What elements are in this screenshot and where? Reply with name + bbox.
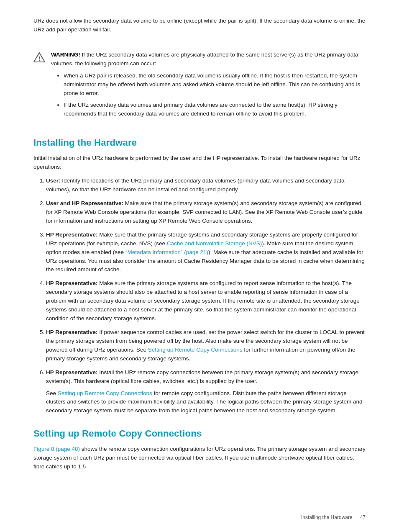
warning-label: WARNING!	[51, 51, 80, 58]
step-6-continuation: See Setting up Remote Copy Connections f…	[46, 389, 366, 416]
step-5-label: HP Representative:	[46, 329, 98, 335]
step-6-link1[interactable]: Setting up Remote Copy Connections	[58, 390, 152, 396]
step-6: HP Representative: Install the URz remot…	[46, 368, 366, 416]
divider-section2-top	[33, 423, 366, 423]
page: URz does not allow the secondary data vo…	[0, 0, 399, 532]
warning-intro: If the URz secondary data volumes are ph…	[51, 51, 358, 67]
section2-title: Setting up Remote Copy Connections	[33, 428, 366, 439]
step-1-label: User:	[46, 177, 61, 184]
warning-content: WARNING! If the URz secondary data volum…	[51, 51, 366, 122]
step-1: User: Identify the locations of the URz …	[46, 177, 366, 194]
step-3-link2[interactable]: “Metadata Information” (page 21)	[125, 249, 208, 255]
step-6-label: HP Representative:	[46, 369, 98, 375]
section2-intro: Figure 8 (page 48) shows the remote copy…	[33, 445, 366, 471]
footer-right: Installing the Hardware 47	[301, 514, 366, 520]
warning-bullet-list: When a URz pair is released, the old sec…	[64, 72, 366, 119]
step-3: HP Representative: Make sure that the pr…	[46, 231, 366, 275]
section1-title: Installing the Hardware	[33, 137, 366, 148]
footer: Installing the Hardware 47	[33, 514, 366, 520]
warning-icon: !	[33, 51, 45, 63]
step-4: HP Representative: Make sure the primary…	[46, 279, 366, 323]
top-paragraph: URz does not allow the secondary data vo…	[33, 17, 366, 34]
step-3-label: HP Representative:	[46, 231, 98, 238]
section2-intro-text: shows the remote copy connection configu…	[33, 446, 366, 470]
step-1-text: Identify the locations of the URz primar…	[46, 177, 345, 193]
section1-intro: Initial installation of the URz hardware…	[33, 154, 366, 172]
step-2-label: User and HP Representative:	[46, 200, 123, 206]
divider-warning-bottom	[33, 132, 366, 132]
divider-top	[33, 42, 366, 42]
footer-page-number: 47	[360, 514, 366, 520]
warning-box: ! WARNING! If the URz secondary data vol…	[33, 48, 366, 124]
step-5-link1[interactable]: Setting up Remote Copy Connections	[148, 347, 243, 353]
section2-intro-link[interactable]: Figure 8 (page 48)	[33, 446, 80, 452]
step-4-label: HP Representative:	[46, 280, 98, 286]
warning-bullet-2: If the URz secondary data volumes and pr…	[64, 101, 366, 118]
footer-section-label: Installing the Hardware	[301, 514, 353, 520]
step-6-cont1: See	[46, 390, 58, 396]
step-5: HP Representative: If power sequence con…	[46, 328, 366, 363]
step-3-link1[interactable]: Cache and Nonvolatile Storage (NVS)	[167, 240, 262, 247]
steps-list: User: Identify the locations of the URz …	[46, 177, 366, 415]
svg-text:!: !	[38, 55, 41, 62]
warning-bullet-1: When a URz pair is released, the old sec…	[64, 72, 366, 98]
step-2: User and HP Representative: Make sure th…	[46, 199, 366, 226]
